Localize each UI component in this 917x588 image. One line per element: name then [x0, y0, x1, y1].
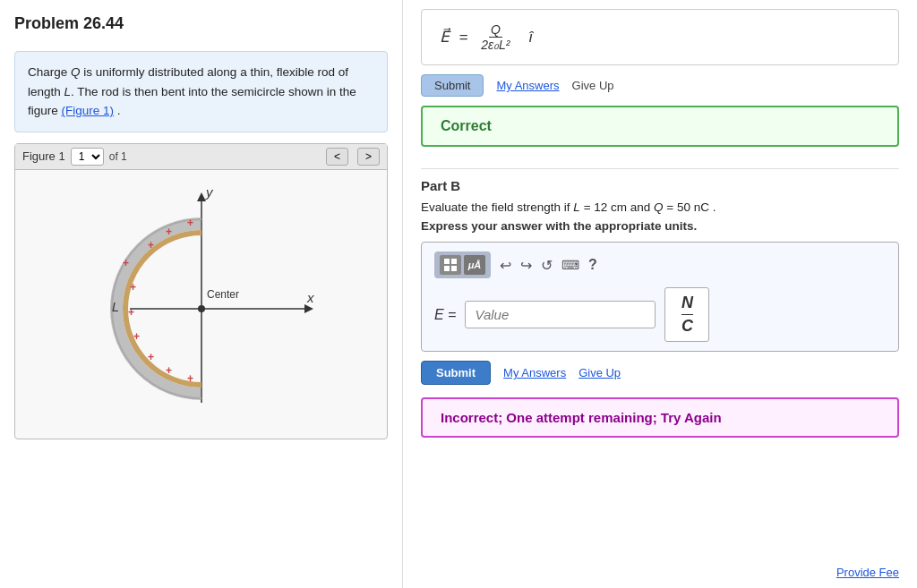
figure-container: Figure 1 1 of 1 < > y x: [14, 143, 388, 439]
figure-label: Figure 1: [22, 149, 65, 163]
figure-svg: y x + + + + + + +: [58, 170, 345, 439]
units-box: N C: [664, 287, 709, 342]
figure-prev-button[interactable]: <: [326, 148, 348, 166]
problem-title: Problem 26.44: [14, 14, 388, 33]
svg-text:L: L: [112, 300, 119, 314]
incorrect-box: Incorrect; One attempt remaining; Try Ag…: [421, 397, 899, 438]
formula-fraction: Q 2ε₀L²: [479, 22, 511, 52]
svg-text:+: +: [166, 226, 172, 238]
figure-link[interactable]: (Figure 1): [62, 104, 115, 117]
svg-text:+: +: [133, 330, 140, 343]
part-b-my-answers-link[interactable]: My Answers: [503, 366, 566, 379]
keyboard-button[interactable]: ⌨: [561, 258, 579, 272]
part-b-submit-button[interactable]: Submit: [421, 361, 491, 385]
svg-rect-22: [451, 266, 457, 271]
part-b-submit-row: Submit My Answers Give Up: [421, 361, 899, 385]
svg-rect-19: [444, 259, 450, 264]
part-b-instruction: Express your answer with the appropriate…: [421, 219, 899, 233]
equation-row: E = N C: [434, 287, 886, 342]
part-a-formula: E⃗ = Q 2ε₀L² î: [440, 22, 533, 52]
provide-feedback-link[interactable]: Provide Fee: [836, 566, 899, 579]
units-numerator: N: [681, 294, 693, 315]
svg-point-16: [198, 305, 205, 312]
svg-text:+: +: [148, 351, 154, 363]
svg-marker-2: [197, 192, 206, 201]
svg-rect-20: [451, 259, 457, 264]
math-input-box: μÅ ↩ ↪ ↺ ⌨ ? E = N C: [421, 242, 899, 352]
figure-toolbar: Figure 1 1 of 1 < >: [15, 144, 387, 170]
svg-text:+: +: [148, 239, 154, 251]
svg-text:+: +: [187, 217, 193, 229]
left-panel: Problem 26.44 Charge Q is uniformly dist…: [0, 0, 403, 588]
figure-next-button[interactable]: >: [357, 148, 380, 166]
svg-text:+: +: [130, 281, 136, 294]
redo-button[interactable]: ↪: [520, 257, 532, 274]
math-toolbar: μÅ ↩ ↪ ↺ ⌨ ?: [434, 251, 886, 278]
symbol-icon[interactable]: μÅ: [464, 255, 485, 275]
svg-text:+: +: [123, 257, 129, 269]
part-a-formula-box: E⃗ = Q 2ε₀L² î: [421, 9, 899, 65]
part-a-submit-button[interactable]: Submit: [421, 74, 484, 97]
equation-label: E =: [434, 307, 456, 323]
undo-button[interactable]: ↩: [500, 257, 511, 274]
part-a-my-answers-link[interactable]: My Answers: [496, 79, 559, 92]
provide-feedback: Provide Fee: [421, 556, 899, 579]
svg-text:+: +: [128, 306, 134, 319]
svg-text:y: y: [205, 184, 214, 200]
figure-select[interactable]: 1: [71, 148, 104, 166]
svg-text:Center: Center: [207, 288, 239, 301]
toolbar-icon-group: μÅ: [434, 251, 491, 278]
mu-a-label: μÅ: [468, 260, 482, 270]
part-b-give-up-link[interactable]: Give Up: [578, 366, 621, 379]
help-button[interactable]: ?: [588, 257, 597, 273]
formula-denominator: 2ε₀L²: [479, 38, 511, 52]
svg-text:x: x: [306, 290, 314, 305]
part-b-title: Part B: [421, 178, 899, 193]
part-b-description: Evaluate the field strength if L = 12 cm…: [421, 200, 899, 214]
refresh-button[interactable]: ↺: [541, 257, 553, 274]
part-a-give-up[interactable]: Give Up: [572, 79, 614, 92]
divider: [421, 168, 899, 169]
svg-rect-21: [444, 266, 450, 271]
correct-box: Correct: [421, 106, 899, 147]
value-input[interactable]: [465, 301, 656, 328]
grid-icon[interactable]: [440, 255, 461, 275]
svg-marker-3: [304, 304, 313, 313]
units-denominator: C: [681, 315, 693, 336]
part-a-submit-row: Submit My Answers Give Up: [421, 74, 899, 97]
svg-text:+: +: [166, 364, 172, 377]
right-panel: E⃗ = Q 2ε₀L² î Submit My Answers Give Up…: [403, 0, 917, 588]
formula-numerator: Q: [489, 22, 502, 38]
problem-text-box: Charge Q is uniformly distributed along …: [14, 51, 388, 132]
figure-canvas: y x + + + + + + +: [15, 170, 387, 439]
svg-text:+: +: [187, 372, 193, 385]
figure-of: of 1: [109, 150, 127, 163]
